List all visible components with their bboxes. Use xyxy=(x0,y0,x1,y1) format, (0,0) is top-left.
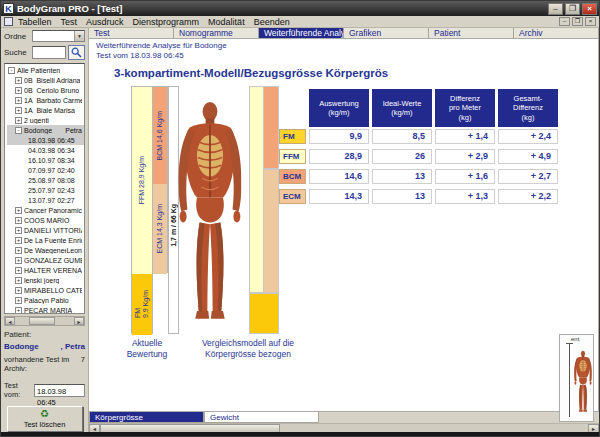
tree-item-label: 13.07.97 02:27 xyxy=(28,197,75,204)
test-date-input[interactable]: 18.03.98 06:45 xyxy=(34,384,85,397)
test-date-label: Test vom: xyxy=(4,381,34,399)
tree-item[interactable]: 16.10.97 08:34 xyxy=(7,155,84,165)
expand-icon[interactable]: + xyxy=(15,117,22,124)
mdi-restore-button[interactable]: ❐ xyxy=(572,17,583,26)
mdi-child-icon xyxy=(4,17,13,26)
minimize-button[interactable]: – xyxy=(548,3,563,15)
tree-item[interactable]: + COOS MARIO xyxy=(7,215,84,225)
expand-icon[interactable]: + xyxy=(15,237,22,244)
order-dropdown[interactable]: ▼ xyxy=(32,30,85,42)
menu-item[interactable]: Dienstprogramm xyxy=(133,17,200,27)
tree-item[interactable]: + MIRABELLO CATERINA xyxy=(7,285,84,295)
tree-item[interactable]: 13.07.97 02:27 xyxy=(7,195,84,205)
cell-gesamt-differenz: + 2,7 xyxy=(498,169,558,184)
mdi-minimize-button[interactable]: – xyxy=(559,17,570,26)
patient-lastname: Bodonge xyxy=(4,342,39,351)
expand-icon[interactable]: + xyxy=(15,77,22,84)
tree-item[interactable]: 18.03.98 06:45 xyxy=(7,135,84,145)
cell-auswertung: 9,9 xyxy=(309,129,369,144)
delete-test-button[interactable]: ♻ Test löschen xyxy=(7,406,83,432)
expand-icon[interactable]: + xyxy=(15,207,22,214)
expand-icon[interactable]: + xyxy=(15,307,22,314)
tree-item[interactable]: + Cancer Panoramico xyxy=(7,205,84,215)
tree-item[interactable]: + lenski joerg xyxy=(7,275,84,285)
expand-icon[interactable]: - xyxy=(15,127,22,134)
search-button[interactable] xyxy=(68,45,85,60)
ideal-segment-ecm xyxy=(264,169,279,293)
expand-icon[interactable]: + xyxy=(15,277,22,284)
expand-icon[interactable]: + xyxy=(15,217,22,224)
tree-item[interactable]: + De La Fuente Enrique xyxy=(7,235,84,245)
close-button[interactable]: × xyxy=(582,3,597,15)
scroll-left-icon[interactable]: ◄ xyxy=(5,317,15,325)
delete-test-label: Test löschen xyxy=(24,420,66,429)
mdi-close-button[interactable]: × xyxy=(585,17,596,26)
cell-ideal: 26 xyxy=(372,149,432,164)
bottom-tab[interactable]: Körpergrösse xyxy=(89,412,204,423)
menu-item[interactable]: Test xyxy=(61,17,78,27)
expand-icon[interactable]: + xyxy=(15,267,22,274)
tree-item[interactable]: + Palacyn Pablo xyxy=(7,295,84,305)
tree-item[interactable]: + HALTER VERENA xyxy=(7,265,84,275)
order-label: Ordne xyxy=(4,32,32,41)
tree-item-label: PECAR MARIA xyxy=(24,307,72,314)
tree-item[interactable]: + 0B_Biselli Adriana xyxy=(7,75,84,85)
tree-item[interactable]: 25.08.97 08:08 xyxy=(7,175,84,185)
tree-item[interactable]: + 2 ugenti xyxy=(7,115,84,125)
tree-item[interactable]: - Bodonge Petra xyxy=(7,125,84,135)
expand-icon[interactable]: - xyxy=(8,67,15,74)
nav-tab[interactable]: Patient xyxy=(429,28,514,38)
menu-item[interactable]: Tabellen xyxy=(18,17,52,27)
analysis-subtitle: Weiterführende Analyse für Bodonge xyxy=(96,41,227,50)
chevron-down-icon[interactable]: ▼ xyxy=(74,31,84,41)
tree-item-label: De La Fuente Enrique xyxy=(24,237,82,244)
cell-auswertung: 28,9 xyxy=(309,149,369,164)
nav-tab-bar: Test Nomogramme Weiterführende Analyse G… xyxy=(89,28,599,39)
bar-segment-bcm: BCM 14,6 Kg/m xyxy=(153,87,167,184)
menu-bar: Tabellen Test Ausdruck Dienstprogramm Mo… xyxy=(1,16,599,28)
nav-tab[interactable]: Test xyxy=(89,28,174,38)
tree-item[interactable]: 04.03.98 06:34 xyxy=(7,145,84,155)
nav-tab[interactable]: Archiv xyxy=(514,28,599,38)
search-input[interactable] xyxy=(32,46,66,59)
tree-item[interactable]: 07.09.97 02:40 xyxy=(7,165,84,175)
expand-icon[interactable]: + xyxy=(15,257,22,264)
expand-icon[interactable]: + xyxy=(15,297,22,304)
expand-icon[interactable]: + xyxy=(15,247,22,254)
expand-icon[interactable]: + xyxy=(15,97,22,104)
cell-gesamt-differenz: + 2,4 xyxy=(498,129,558,144)
sidebar-horizontal-scrollbar[interactable]: ◄ ► xyxy=(4,316,85,326)
tree-item[interactable]: + 1A_Barbato Carmelo xyxy=(7,95,84,105)
tree-item-label: De Waegeneer xyxy=(24,247,66,254)
expand-icon[interactable]: + xyxy=(15,287,22,294)
cell-ideal: 8,5 xyxy=(372,129,432,144)
scrollbar-thumb[interactable] xyxy=(29,317,55,325)
tree-item[interactable]: + De Waegeneer Leon xyxy=(7,245,84,255)
tree-item[interactable]: + GONZALEZ GUMERSINDA xyxy=(7,255,84,265)
expand-icon[interactable]: + xyxy=(15,107,22,114)
menu-item[interactable]: Beenden xyxy=(254,17,290,27)
nav-tab[interactable]: Grafiken xyxy=(344,28,429,38)
scroll-right-icon[interactable]: ► xyxy=(74,317,84,325)
body-zoom-thumbnail[interactable]: ent xyxy=(559,334,594,422)
nav-tab[interactable]: Weiterführende Analyse xyxy=(259,28,344,38)
cell-gesamt-differenz: + 4,9 xyxy=(498,149,558,164)
ruler-icon xyxy=(569,343,570,417)
sidebar: Ordne ▼ Suche - Alle Patienten xyxy=(1,28,89,434)
tree-item[interactable]: + 1A_Biale Marisa xyxy=(7,105,84,115)
menu-item[interactable]: Modalität xyxy=(208,17,245,27)
tree-item[interactable]: + DANIELI VITTORIA xyxy=(7,225,84,235)
tree-item[interactable]: - Alle Patienten xyxy=(7,65,84,75)
table-row: ECM 14,3 13 + 1,3 + 2,2 xyxy=(279,189,558,204)
tree-item[interactable]: + 0B_Ceriolo Bruno xyxy=(7,85,84,95)
restore-button[interactable]: ❐ xyxy=(565,3,580,15)
tree-item[interactable]: + PECAR MARIA xyxy=(7,305,84,314)
bottom-tab[interactable]: Gewicht xyxy=(204,412,319,423)
expand-icon[interactable]: + xyxy=(15,87,22,94)
nav-tab[interactable]: Nomogramme xyxy=(174,28,259,38)
title-bar: K BodyGram PRO - [Test] – ❐ × xyxy=(1,1,599,16)
tree-item-label: Cancer Panoramico xyxy=(24,207,82,214)
menu-item[interactable]: Ausdruck xyxy=(86,17,124,27)
expand-icon[interactable]: + xyxy=(15,227,22,234)
tree-item[interactable]: 25.07.97 02:43 xyxy=(7,185,84,195)
